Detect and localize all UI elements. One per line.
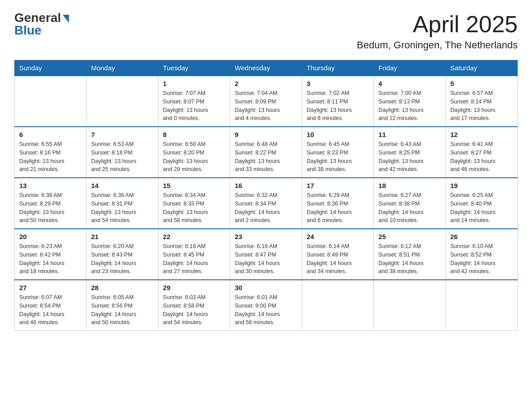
day-number: 25 (378, 233, 441, 240)
day-number: 17 (307, 182, 369, 189)
day-detail: Sunrise: 6:14 AM Sunset: 8:49 PM Dayligh… (307, 242, 369, 276)
calendar-cell (446, 280, 517, 331)
day-detail: Sunrise: 6:16 AM Sunset: 8:47 PM Dayligh… (235, 242, 297, 276)
calendar-cell: 23Sunrise: 6:16 AM Sunset: 8:47 PM Dayli… (230, 229, 302, 280)
calendar-cell: 10Sunrise: 6:45 AM Sunset: 8:23 PM Dayli… (302, 127, 373, 178)
calendar-week-row: 1Sunrise: 7:07 AM Sunset: 8:07 PM Daylig… (15, 76, 518, 127)
calendar-week-row: 27Sunrise: 6:07 AM Sunset: 8:54 PM Dayli… (15, 280, 518, 331)
calendar-cell: 4Sunrise: 7:00 AM Sunset: 8:13 PM Daylig… (374, 76, 446, 127)
day-of-week-header: Friday (374, 60, 446, 76)
calendar-cell: 15Sunrise: 6:34 AM Sunset: 8:33 PM Dayli… (158, 178, 230, 229)
day-detail: Sunrise: 6:29 AM Sunset: 8:36 PM Dayligh… (307, 191, 369, 225)
calendar-cell: 18Sunrise: 6:27 AM Sunset: 8:38 PM Dayli… (374, 178, 446, 229)
day-number: 22 (163, 233, 225, 240)
day-detail: Sunrise: 6:03 AM Sunset: 8:58 PM Dayligh… (163, 293, 225, 327)
calendar-cell: 28Sunrise: 6:05 AM Sunset: 8:56 PM Dayli… (86, 280, 158, 331)
day-number: 28 (91, 284, 153, 291)
day-number: 27 (19, 284, 82, 291)
day-detail: Sunrise: 6:07 AM Sunset: 8:54 PM Dayligh… (19, 293, 82, 327)
calendar-cell: 24Sunrise: 6:14 AM Sunset: 8:49 PM Dayli… (302, 229, 373, 280)
day-detail: Sunrise: 6:50 AM Sunset: 8:20 PM Dayligh… (163, 140, 225, 174)
day-number: 20 (19, 233, 82, 240)
day-number: 8 (163, 131, 225, 138)
day-detail: Sunrise: 6:01 AM Sunset: 9:00 PM Dayligh… (235, 293, 297, 327)
day-detail: Sunrise: 6:20 AM Sunset: 8:43 PM Dayligh… (91, 242, 153, 276)
calendar-cell (86, 76, 158, 127)
calendar-cell: 7Sunrise: 6:53 AM Sunset: 8:18 PM Daylig… (86, 127, 158, 178)
day-detail: Sunrise: 6:57 AM Sunset: 8:14 PM Dayligh… (450, 89, 513, 123)
calendar-cell: 11Sunrise: 6:43 AM Sunset: 8:25 PM Dayli… (374, 127, 446, 178)
day-number: 21 (91, 233, 153, 240)
title-block: April 2025 Bedum, Groningen, The Netherl… (357, 11, 518, 51)
day-detail: Sunrise: 6:43 AM Sunset: 8:25 PM Dayligh… (378, 140, 441, 174)
calendar-week-row: 20Sunrise: 6:23 AM Sunset: 8:42 PM Dayli… (15, 229, 518, 280)
day-number: 29 (163, 284, 225, 291)
page-header: General Blue April 2025 Bedum, Groningen… (14, 11, 518, 51)
day-detail: Sunrise: 6:41 AM Sunset: 8:27 PM Dayligh… (450, 140, 513, 174)
day-number: 26 (450, 233, 513, 240)
day-detail: Sunrise: 6:53 AM Sunset: 8:18 PM Dayligh… (91, 140, 153, 174)
logo-blue-label: Blue (14, 23, 42, 38)
day-detail: Sunrise: 6:32 AM Sunset: 8:34 PM Dayligh… (235, 191, 297, 225)
calendar-cell: 26Sunrise: 6:10 AM Sunset: 8:52 PM Dayli… (446, 229, 517, 280)
logo-arrow-icon (63, 15, 69, 23)
day-number: 9 (235, 131, 297, 138)
calendar-cell: 21Sunrise: 6:20 AM Sunset: 8:43 PM Dayli… (86, 229, 158, 280)
calendar-week-row: 6Sunrise: 6:55 AM Sunset: 8:16 PM Daylig… (15, 127, 518, 178)
day-number: 11 (378, 131, 441, 138)
calendar-cell: 19Sunrise: 6:25 AM Sunset: 8:40 PM Dayli… (446, 178, 517, 229)
day-number: 24 (307, 233, 369, 240)
calendar-cell: 30Sunrise: 6:01 AM Sunset: 9:00 PM Dayli… (230, 280, 302, 331)
day-detail: Sunrise: 7:02 AM Sunset: 8:11 PM Dayligh… (307, 89, 369, 123)
day-number: 4 (378, 80, 441, 87)
day-detail: Sunrise: 6:05 AM Sunset: 8:56 PM Dayligh… (91, 293, 153, 327)
day-detail: Sunrise: 6:27 AM Sunset: 8:38 PM Dayligh… (378, 191, 441, 225)
calendar-cell (302, 280, 373, 331)
calendar-cell: 6Sunrise: 6:55 AM Sunset: 8:16 PM Daylig… (15, 127, 86, 178)
calendar-cell (15, 76, 86, 127)
calendar-cell: 22Sunrise: 6:18 AM Sunset: 8:45 PM Dayli… (158, 229, 230, 280)
calendar-header-row: SundayMondayTuesdayWednesdayThursdayFrid… (15, 60, 518, 76)
day-detail: Sunrise: 6:18 AM Sunset: 8:45 PM Dayligh… (163, 242, 225, 276)
day-of-week-header: Monday (86, 60, 158, 76)
day-number: 12 (450, 131, 513, 138)
day-number: 18 (378, 182, 441, 189)
day-number: 3 (307, 80, 369, 87)
calendar-cell: 8Sunrise: 6:50 AM Sunset: 8:20 PM Daylig… (158, 127, 230, 178)
day-detail: Sunrise: 6:48 AM Sunset: 8:22 PM Dayligh… (235, 140, 297, 174)
day-of-week-header: Sunday (15, 60, 86, 76)
location-title: Bedum, Groningen, The Netherlands (357, 39, 518, 51)
day-number: 6 (19, 131, 82, 138)
day-of-week-header: Saturday (446, 60, 517, 76)
day-of-week-header: Tuesday (158, 60, 230, 76)
calendar-table: SundayMondayTuesdayWednesdayThursdayFrid… (14, 60, 518, 331)
day-of-week-header: Wednesday (230, 60, 302, 76)
day-number: 1 (163, 80, 225, 87)
day-detail: Sunrise: 7:07 AM Sunset: 8:07 PM Dayligh… (163, 89, 225, 123)
calendar-cell: 9Sunrise: 6:48 AM Sunset: 8:22 PM Daylig… (230, 127, 302, 178)
day-number: 14 (91, 182, 153, 189)
calendar-cell: 2Sunrise: 7:04 AM Sunset: 8:09 PM Daylig… (230, 76, 302, 127)
day-detail: Sunrise: 7:04 AM Sunset: 8:09 PM Dayligh… (235, 89, 297, 123)
calendar-cell: 16Sunrise: 6:32 AM Sunset: 8:34 PM Dayli… (230, 178, 302, 229)
calendar-week-row: 13Sunrise: 6:38 AM Sunset: 8:29 PM Dayli… (15, 178, 518, 229)
calendar-cell: 1Sunrise: 7:07 AM Sunset: 8:07 PM Daylig… (158, 76, 230, 127)
day-number: 19 (450, 182, 513, 189)
calendar-cell: 3Sunrise: 7:02 AM Sunset: 8:11 PM Daylig… (302, 76, 373, 127)
day-detail: Sunrise: 6:45 AM Sunset: 8:23 PM Dayligh… (307, 140, 369, 174)
day-detail: Sunrise: 6:25 AM Sunset: 8:40 PM Dayligh… (450, 191, 513, 225)
calendar-cell: 12Sunrise: 6:41 AM Sunset: 8:27 PM Dayli… (446, 127, 517, 178)
calendar-cell: 20Sunrise: 6:23 AM Sunset: 8:42 PM Dayli… (15, 229, 86, 280)
day-number: 5 (450, 80, 513, 87)
calendar-cell: 17Sunrise: 6:29 AM Sunset: 8:36 PM Dayli… (302, 178, 373, 229)
month-title: April 2025 (357, 11, 518, 38)
calendar-cell: 29Sunrise: 6:03 AM Sunset: 8:58 PM Dayli… (158, 280, 230, 331)
day-number: 23 (235, 233, 297, 240)
calendar-cell: 14Sunrise: 6:36 AM Sunset: 8:31 PM Dayli… (86, 178, 158, 229)
day-detail: Sunrise: 6:36 AM Sunset: 8:31 PM Dayligh… (91, 191, 153, 225)
day-detail: Sunrise: 6:38 AM Sunset: 8:29 PM Dayligh… (19, 191, 82, 225)
calendar-cell: 13Sunrise: 6:38 AM Sunset: 8:29 PM Dayli… (15, 178, 86, 229)
day-number: 16 (235, 182, 297, 189)
day-detail: Sunrise: 6:12 AM Sunset: 8:51 PM Dayligh… (378, 242, 441, 276)
day-number: 10 (307, 131, 369, 138)
